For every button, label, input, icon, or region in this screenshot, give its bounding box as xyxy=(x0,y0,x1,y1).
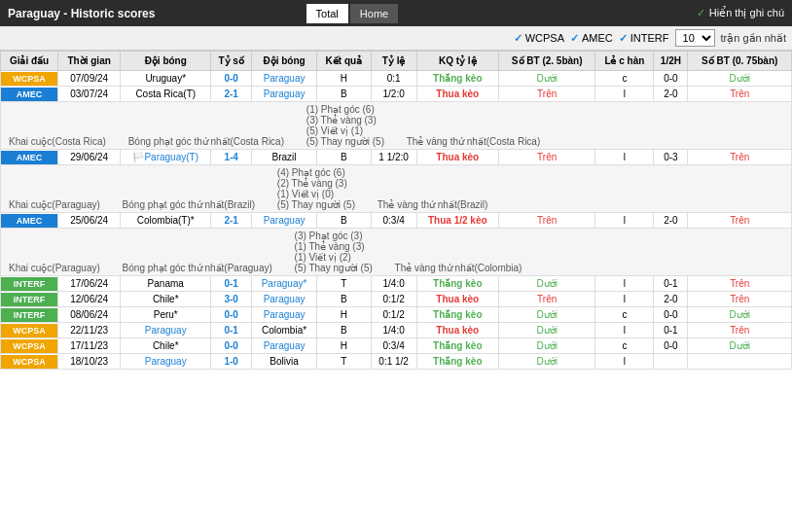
tab-total[interactable]: Total xyxy=(306,4,348,23)
so-bt2-cell: Trên xyxy=(688,323,792,338)
team1-cell[interactable]: Colombia(T)* xyxy=(121,213,211,229)
result-cell: H xyxy=(317,338,372,354)
comp-cell: WCPSA xyxy=(1,338,58,354)
count-select[interactable]: 10 20 30 xyxy=(675,29,715,47)
interf-label: INTERF xyxy=(630,32,669,44)
result-cell: B xyxy=(317,292,372,307)
table-row: WCPSA 18/10/23 Paraguay 1-0 Bolivia T 0:… xyxy=(1,354,792,370)
kq-ratio-cell: Thua kèo xyxy=(416,150,498,165)
le-c-cell: l xyxy=(595,150,654,165)
ratio-cell: 0:1/2 xyxy=(371,292,416,307)
table-row: INTERF 12/06/24 Chile* 3-0 Paraguay B 0:… xyxy=(1,292,792,307)
so-bt2-cell: Trên xyxy=(688,276,792,292)
team2-cell[interactable]: Paraguay xyxy=(252,307,317,323)
score-cell[interactable]: 1-0 xyxy=(211,354,252,370)
score-cell[interactable]: 3-0 xyxy=(211,292,252,307)
team2-cell[interactable]: Paraguay xyxy=(252,213,317,229)
date-cell: 17/06/24 xyxy=(58,276,121,292)
so-bt-cell: Dưới xyxy=(498,307,594,323)
table-row: WCPSA 07/09/24 Uruguay* 0-0 Paraguay H 0… xyxy=(1,71,792,87)
tab-home[interactable]: Home xyxy=(350,4,398,23)
score-cell[interactable]: 2-1 xyxy=(211,87,252,102)
score-cell[interactable]: 0-1 xyxy=(211,276,252,292)
comp-cell: INTERF xyxy=(1,292,58,307)
team2-cell[interactable]: Paraguay xyxy=(252,292,317,307)
le-c-cell: l xyxy=(595,213,654,229)
wcpsa-check-icon: ✓ xyxy=(514,32,522,45)
comp-badge: INTERF xyxy=(1,293,57,306)
comp-cell: AMEC xyxy=(1,213,58,229)
so-bt2-cell: Dưới xyxy=(688,307,792,323)
col-thoi-gian: Thời gian xyxy=(58,52,121,71)
detail-cell: Khai cuộc(Costa Rica) Bóng phạt góc thứ … xyxy=(1,102,792,150)
comp-cell: INTERF xyxy=(1,307,58,323)
col-so-bt-2-5: Số BT (2. 5bàn) xyxy=(498,52,594,71)
result-cell: H xyxy=(317,307,372,323)
score-cell[interactable]: 0-0 xyxy=(211,338,252,354)
team2-cell[interactable]: Paraguay* xyxy=(252,276,317,292)
comp-badge: AMEC xyxy=(1,214,57,228)
team1-cell[interactable]: Costa Rica(T) xyxy=(121,87,211,102)
check-icon: ✓ xyxy=(697,7,705,19)
le-c-cell: l xyxy=(595,292,654,307)
team1-cell[interactable]: Chile* xyxy=(121,338,211,354)
so-bt2-cell: Trên xyxy=(688,150,792,165)
hien-thi-label: ✓ Hiển thị ghi chú xyxy=(697,7,784,19)
table-row: AMEC 29/06/24 🏳️Paraguay(T) 1-4 Brazil B… xyxy=(1,150,792,165)
filter-bar: ✓ WCPSA ✓ AMEC ✓ INTERF 10 20 30 trận gầ… xyxy=(0,26,792,51)
so-bt2-cell: Dưới xyxy=(688,338,792,354)
ratio-cell: 0:1 xyxy=(371,71,416,87)
table-row: AMEC 25/06/24 Colombia(T)* 2-1 Paraguay … xyxy=(1,213,792,229)
comp-cell: WCPSA xyxy=(1,323,58,338)
col-le-c: Lẻ c hàn xyxy=(595,52,654,71)
so-bt-cell: Trên xyxy=(498,292,594,307)
col-so-bt-075: Số BT (0. 75bàn) xyxy=(688,52,792,71)
half-cell: 0-0 xyxy=(654,307,688,323)
half-cell: 2-0 xyxy=(654,87,688,102)
table-row: INTERF 08/06/24 Peru* 0-0 Paraguay H 0:1… xyxy=(1,307,792,323)
col-doi-bong-1: Đội bóng xyxy=(121,52,211,71)
table-row: AMEC 03/07/24 Costa Rica(T) 2-1 Paraguay… xyxy=(1,87,792,102)
col-ket-qua: Kết quả xyxy=(317,52,372,71)
ratio-cell: 1/2:0 xyxy=(371,87,416,102)
score-cell[interactable]: 0-0 xyxy=(211,71,252,87)
comp-badge: WCPSA xyxy=(1,72,57,86)
result-cell: B xyxy=(317,87,372,102)
comp-badge: INTERF xyxy=(1,308,57,322)
score-cell[interactable]: 1-4 xyxy=(211,150,252,165)
so-bt2-cell: Trên xyxy=(688,213,792,229)
team1-cell[interactable]: Panama xyxy=(121,276,211,292)
team1-cell[interactable]: 🏳️Paraguay(T) xyxy=(121,150,211,165)
team1-cell[interactable]: Peru* xyxy=(121,307,211,323)
ratio-cell: 1/4:0 xyxy=(371,323,416,338)
team1-cell[interactable]: Paraguay xyxy=(121,323,211,338)
team2-cell[interactable]: Brazil xyxy=(252,150,317,165)
team2-cell[interactable]: Paraguay xyxy=(252,338,317,354)
comp-badge: WCPSA xyxy=(1,355,57,369)
filter-wcpsa: ✓ WCPSA xyxy=(514,32,564,45)
half-cell: 2-0 xyxy=(654,292,688,307)
team1-cell[interactable]: Paraguay xyxy=(121,354,211,370)
score-cell[interactable]: 0-1 xyxy=(211,323,252,338)
ratio-cell: 0:3/4 xyxy=(371,213,416,229)
le-c-cell: c xyxy=(595,71,654,87)
amec-check-icon: ✓ xyxy=(570,32,579,45)
wcpsa-label: WCPSA xyxy=(525,32,564,44)
score-cell[interactable]: 2-1 xyxy=(211,213,252,229)
team1-cell[interactable]: Chile* xyxy=(121,292,211,307)
kq-ratio-cell: Thắng kèo xyxy=(416,276,498,292)
team1-cell[interactable]: Uruguay* xyxy=(121,71,211,87)
ratio-cell: 1 1/2:0 xyxy=(371,150,416,165)
page-title: Paraguay - Historic scores xyxy=(8,7,306,20)
so-bt-cell: Dưới xyxy=(498,276,594,292)
filter-interf: ✓ INTERF xyxy=(619,32,669,45)
team2-cell[interactable]: Paraguay xyxy=(252,71,317,87)
comp-badge: WCPSA xyxy=(1,324,57,337)
comp-cell: WCPSA xyxy=(1,354,58,370)
team2-cell[interactable]: Colombia* xyxy=(252,323,317,338)
half-cell: 0-3 xyxy=(654,150,688,165)
team2-cell[interactable]: Bolivia xyxy=(252,354,317,370)
team2-cell[interactable]: Paraguay xyxy=(252,87,317,102)
score-cell[interactable]: 0-0 xyxy=(211,307,252,323)
so-bt-cell: Trên xyxy=(498,150,594,165)
